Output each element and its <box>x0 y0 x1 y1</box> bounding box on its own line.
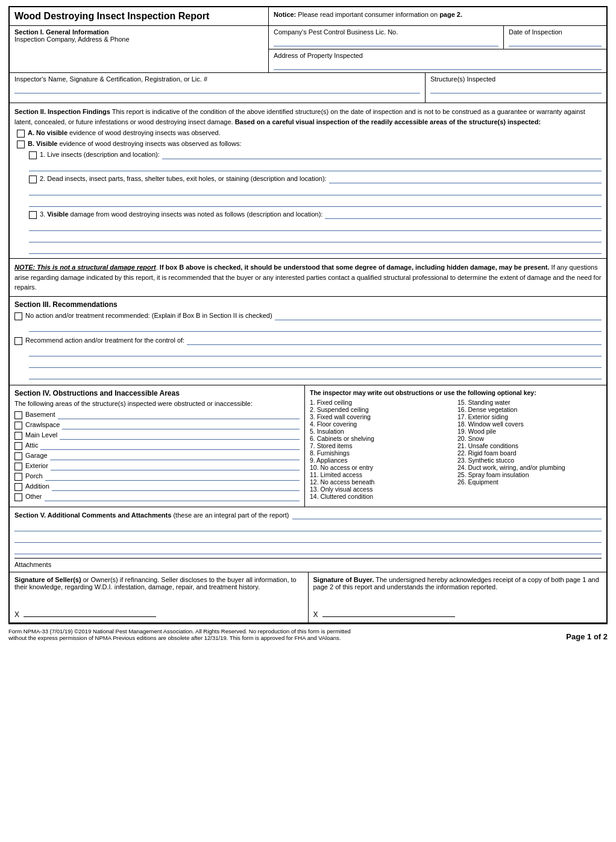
item2-input[interactable] <box>329 175 602 183</box>
item3-row: 3. Visible damage from wood destroying i… <box>29 210 602 219</box>
obs-exterior-checkbox[interactable] <box>14 463 22 470</box>
key16: 16. Dense vegetation <box>457 406 602 413</box>
obs-garage-label: Garage <box>25 452 48 459</box>
item3-extra <box>29 221 602 254</box>
section5-line4[interactable] <box>14 545 602 554</box>
no-action-line2[interactable] <box>29 322 602 332</box>
section2: Section II. Inspection Findings This rep… <box>10 103 606 259</box>
company-lic-input[interactable] <box>274 37 498 46</box>
key-columns: 1. Fixed ceiling 2. Suspended ceiling 3.… <box>310 399 602 500</box>
item1-line2[interactable] <box>29 162 602 171</box>
key14: 14. Cluttered condition <box>310 493 454 500</box>
recommend-line2[interactable] <box>29 347 602 356</box>
obs-porch-input[interactable] <box>45 472 300 481</box>
date-input[interactable] <box>509 37 602 46</box>
section4-left: Section IV. Obstructions and Inaccessibl… <box>10 385 305 507</box>
obs-porch-checkbox[interactable] <box>14 473 22 481</box>
recommend-checkbox[interactable] <box>14 337 22 345</box>
item2-label: 2. Dead insects, insect parts, frass, sh… <box>40 175 327 182</box>
obs-crawlspace-checkbox[interactable] <box>14 422 22 429</box>
obs-garage-checkbox[interactable] <box>14 452 22 460</box>
section1-label: Section I. General Information <box>14 28 263 36</box>
attachments-label: Attachments <box>14 561 51 568</box>
item2-checkbox[interactable] <box>29 176 37 183</box>
buyer-x-label: X <box>313 610 318 619</box>
item3-line3[interactable] <box>29 233 602 242</box>
option-b-row: B. Visible evidence of wood destroying i… <box>17 140 602 148</box>
section5: Section V. Additional Comments and Attac… <box>10 507 606 572</box>
section3: Section III. Recommendations No action a… <box>10 297 606 385</box>
item2-row: 2. Dead insects, insect parts, frass, sh… <box>29 175 602 183</box>
no-action-label: No action and/or treatment recommended: … <box>25 312 272 319</box>
section4: Section IV. Obstructions and Inaccessibl… <box>10 385 606 507</box>
item3-line2[interactable] <box>29 221 602 231</box>
item1-label: 1. Live insects (description and locatio… <box>40 151 160 158</box>
key24: 24. Duct work, wiring, and/or plumbing <box>457 464 602 471</box>
recommend-input[interactable] <box>187 337 602 345</box>
item3-line4[interactable] <box>29 244 602 254</box>
key1: 1. Fixed ceiling <box>310 399 454 406</box>
page: Wood Destroying Insect Inspection Report… <box>0 0 616 648</box>
section5-input1[interactable] <box>292 511 602 519</box>
key25: 25. Spray foam insulation <box>457 471 602 478</box>
obs-crawlspace-input[interactable] <box>62 421 300 429</box>
inspector-label: Inspector's Name, Signature & Certificat… <box>14 75 207 83</box>
obs-basement-input[interactable] <box>58 411 300 419</box>
seller-x: X <box>14 609 303 619</box>
section5-line3[interactable] <box>14 533 602 543</box>
key5: 5. Insulation <box>310 428 454 435</box>
obs-other-input[interactable] <box>45 493 300 501</box>
section3-title: Section III. Recommendations <box>14 300 602 309</box>
obs-crawlspace-label: Crawlspace <box>25 421 60 428</box>
item3-input[interactable] <box>325 210 602 219</box>
obs-exterior: Exterior <box>14 462 300 470</box>
obs-exterior-input[interactable] <box>51 462 300 470</box>
recommend-line4[interactable] <box>29 370 602 379</box>
option-a-text: A. No visible evidence of wood destroyin… <box>28 129 221 136</box>
obs-attic-checkbox[interactable] <box>14 442 22 450</box>
option-a-checkbox[interactable] <box>17 130 25 138</box>
sig-seller: Signature of Seller(s) or Owner(s) if re… <box>10 572 309 622</box>
recommend-line3[interactable] <box>29 358 602 368</box>
obs-garage-input[interactable] <box>50 452 300 460</box>
structures-label: Structure(s) Inspected <box>430 75 495 83</box>
no-action-row: No action and/or treatment recommended: … <box>14 312 602 320</box>
seller-x-label: X <box>14 610 19 619</box>
key12: 12. No access beneath <box>310 478 454 486</box>
item1-checkbox[interactable] <box>29 151 37 159</box>
no-action-checkbox[interactable] <box>14 312 22 320</box>
no-action-extra <box>29 322 602 332</box>
obs-mainlevel-input[interactable] <box>60 431 300 440</box>
obs-addition-checkbox[interactable] <box>14 483 22 491</box>
obs-mainlevel-checkbox[interactable] <box>14 432 22 440</box>
obs-attic-input[interactable] <box>40 442 300 450</box>
key-col1: 1. Fixed ceiling 2. Suspended ceiling 3.… <box>310 399 454 500</box>
obs-addition-input[interactable] <box>52 483 300 491</box>
section4-desc: The following areas of the structure(s) … <box>14 400 300 407</box>
recommend-label: Recommend action and/or treatment for th… <box>25 337 184 344</box>
obs-other-checkbox[interactable] <box>14 493 22 501</box>
address-input[interactable] <box>274 60 602 70</box>
buyer-x: X <box>313 609 602 619</box>
obs-porch-label: Porch <box>25 472 43 480</box>
key-header: The inspector may write out obstructions… <box>310 389 602 396</box>
obs-basement-checkbox[interactable] <box>14 411 22 419</box>
item2-line2[interactable] <box>29 186 602 195</box>
item3-checkbox[interactable] <box>29 211 37 219</box>
sig-buyer: Signature of Buyer. The undersigned here… <box>309 572 607 622</box>
item2-line3[interactable] <box>29 197 602 207</box>
obs-exterior-label: Exterior <box>25 462 48 469</box>
key23: 23. Synthetic stucco <box>457 457 602 464</box>
obs-other-label: Other <box>25 493 42 500</box>
form-title-area: Wood Destroying Insect Inspection Report <box>10 7 269 25</box>
inspector-input[interactable] <box>14 84 420 93</box>
section1-sublabel: Inspection Company, Address & Phone <box>14 36 263 43</box>
address-label: Address of Property Inspected <box>274 52 363 59</box>
option-b-checkbox[interactable] <box>17 141 25 148</box>
no-action-input[interactable] <box>275 312 602 320</box>
item1-input[interactable] <box>162 151 602 159</box>
item3-label: 3. Visible damage from wood destroying i… <box>40 210 322 218</box>
structures-input[interactable] <box>430 84 602 93</box>
obs-addition: Addition <box>14 483 300 491</box>
section5-line2[interactable] <box>14 522 602 531</box>
